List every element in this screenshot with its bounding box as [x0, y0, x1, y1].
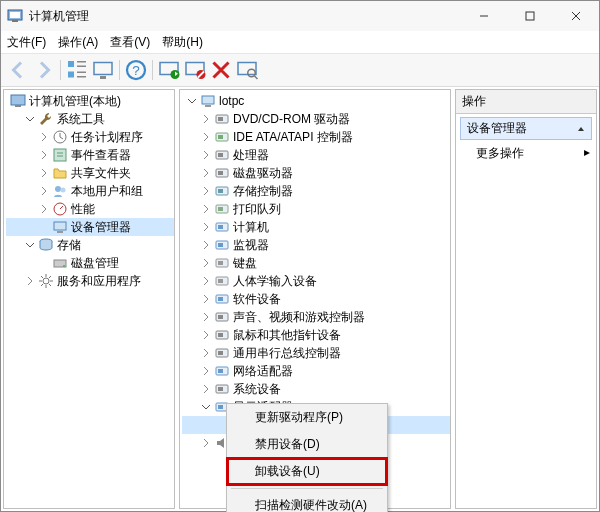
minimize-button[interactable]	[461, 1, 507, 31]
svg-rect-57	[218, 297, 223, 301]
device-category[interactable]: 监视器	[182, 236, 450, 254]
svg-rect-21	[11, 95, 25, 105]
svg-rect-1	[10, 12, 20, 18]
close-button[interactable]	[553, 1, 599, 31]
svg-point-32	[63, 265, 65, 267]
event-icon	[52, 147, 68, 163]
device-category[interactable]: 声音、视频和游戏控制器	[182, 308, 450, 326]
chevron-right-icon[interactable]	[200, 311, 212, 323]
chevron-right-icon[interactable]	[200, 257, 212, 269]
section-caret-icon	[577, 122, 585, 136]
chevron-right-icon[interactable]	[200, 365, 212, 377]
svg-rect-8	[68, 72, 74, 78]
device-category[interactable]: 鼠标和其他指针设备	[182, 326, 450, 344]
menu-view[interactable]: 查看(V)	[110, 34, 150, 51]
chevron-right-icon[interactable]	[200, 275, 212, 287]
chevron-right-icon[interactable]	[200, 329, 212, 341]
maximize-button[interactable]	[507, 1, 553, 31]
toolbar-separator	[119, 60, 120, 80]
category-icon	[214, 327, 230, 343]
chevron-right-icon[interactable]	[38, 203, 50, 215]
mmc-tree-pane[interactable]: 计算机管理(本地) 系统工具 任务计划程序 事件查看器	[3, 89, 175, 509]
tree-device-manager[interactable]: 设备管理器	[6, 218, 174, 236]
chevron-right-icon[interactable]	[200, 437, 212, 449]
device-category[interactable]: 计算机	[182, 218, 450, 236]
chevron-right-icon[interactable]	[200, 293, 212, 305]
toolbar-disable-button[interactable]	[183, 58, 207, 82]
svg-rect-5	[68, 61, 74, 67]
device-category[interactable]: 打印队列	[182, 200, 450, 218]
svg-rect-22	[15, 105, 21, 107]
svg-rect-35	[205, 105, 211, 107]
toolbar-update-button[interactable]	[157, 58, 181, 82]
device-root[interactable]: lotpc	[182, 92, 450, 110]
device-category[interactable]: 系统设备	[182, 380, 450, 398]
svg-rect-2	[12, 20, 18, 22]
chevron-right-icon[interactable]	[200, 383, 212, 395]
menu-file[interactable]: 文件(F)	[7, 34, 46, 51]
category-icon	[214, 111, 230, 127]
chevron-right-icon[interactable]	[200, 113, 212, 125]
chevron-right-icon[interactable]	[200, 131, 212, 143]
tree-root[interactable]: 计算机管理(本地)	[6, 92, 174, 110]
device-category[interactable]: 磁盘驱动器	[182, 164, 450, 182]
tree-event-viewer[interactable]: 事件查看器	[6, 146, 174, 164]
svg-rect-9	[77, 72, 86, 74]
tree-system-tools[interactable]: 系统工具	[6, 110, 174, 128]
cm-disable-device[interactable]: 禁用设备(D)	[227, 431, 387, 458]
actions-more[interactable]: 更多操作 ▸	[456, 142, 596, 165]
toolbar-uninstall-button[interactable]	[209, 58, 233, 82]
cm-scan-hw[interactable]: 扫描检测硬件改动(A)	[227, 492, 387, 512]
tree-performance[interactable]: 性能	[6, 200, 174, 218]
toolbar-monitor-button[interactable]	[91, 58, 115, 82]
chevron-right-icon[interactable]	[200, 203, 212, 215]
device-category[interactable]: IDE ATA/ATAPI 控制器	[182, 128, 450, 146]
mmc-tree[interactable]: 计算机管理(本地) 系统工具 任务计划程序 事件查看器	[4, 90, 174, 292]
tree-task-scheduler[interactable]: 任务计划程序	[6, 128, 174, 146]
toolbar-views-button[interactable]	[65, 58, 89, 82]
tree-services-apps[interactable]: 服务和应用程序	[6, 272, 174, 290]
tree-shared-folders[interactable]: 共享文件夹	[6, 164, 174, 182]
tree-storage[interactable]: 存储	[6, 236, 174, 254]
category-icon	[214, 219, 230, 235]
chevron-down-icon[interactable]	[200, 401, 212, 413]
chevron-right-icon[interactable]	[38, 185, 50, 197]
device-category[interactable]: 键盘	[182, 254, 450, 272]
cm-update-driver[interactable]: 更新驱动程序(P)	[227, 404, 387, 431]
category-icon	[214, 165, 230, 181]
cm-uninstall-device[interactable]: 卸载设备(U)	[227, 458, 387, 485]
menu-action[interactable]: 操作(A)	[58, 34, 98, 51]
device-category[interactable]: 通用串行总线控制器	[182, 344, 450, 362]
chevron-right-icon[interactable]	[38, 167, 50, 179]
device-category[interactable]: 软件设备	[182, 290, 450, 308]
chevron-right-icon[interactable]	[24, 275, 36, 287]
device-category[interactable]: 网络适配器	[182, 362, 450, 380]
chevron-down-icon[interactable]	[24, 113, 36, 125]
chevron-down-icon[interactable]	[24, 239, 36, 251]
chevron-right-icon[interactable]	[200, 185, 212, 197]
chevron-right-icon[interactable]	[38, 149, 50, 161]
chevron-right-icon[interactable]	[200, 239, 212, 251]
chevron-right-icon[interactable]	[38, 131, 50, 143]
titlebar[interactable]: 计算机管理	[1, 1, 599, 31]
svg-rect-45	[218, 189, 223, 193]
toolbar-scan-button[interactable]	[235, 58, 259, 82]
menu-help[interactable]: 帮助(H)	[162, 34, 203, 51]
chevron-right-icon[interactable]	[200, 167, 212, 179]
device-category[interactable]: 存储控制器	[182, 182, 450, 200]
svg-rect-51	[218, 243, 223, 247]
toolbar-help-button[interactable]: ?	[124, 58, 148, 82]
gear-icon	[38, 273, 54, 289]
chevron-down-icon[interactable]	[186, 95, 198, 107]
nav-back-button	[6, 58, 30, 82]
chevron-right-icon[interactable]	[200, 221, 212, 233]
chevron-right-icon[interactable]	[200, 149, 212, 161]
actions-section-device-manager[interactable]: 设备管理器	[460, 117, 592, 140]
tree-disk-mgmt[interactable]: 磁盘管理	[6, 254, 174, 272]
device-tree[interactable]: lotpc DVD/CD-ROM 驱动器 IDE ATA/ATAPI 控制器 处…	[180, 90, 450, 454]
chevron-right-icon[interactable]	[200, 347, 212, 359]
device-category[interactable]: 处理器	[182, 146, 450, 164]
device-category[interactable]: 人体学输入设备	[182, 272, 450, 290]
device-category[interactable]: DVD/CD-ROM 驱动器	[182, 110, 450, 128]
tree-local-users[interactable]: 本地用户和组	[6, 182, 174, 200]
